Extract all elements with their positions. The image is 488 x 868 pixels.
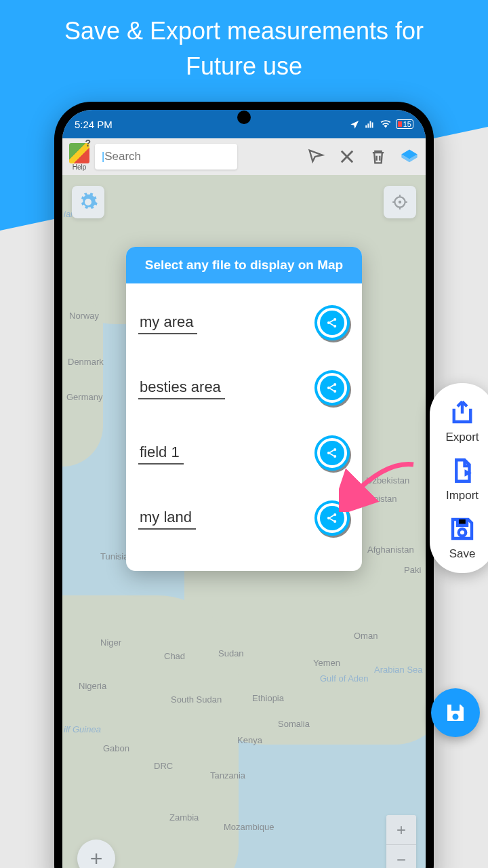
save-icon [448,515,476,543]
close-icon[interactable] [338,147,357,166]
share-button[interactable] [314,305,350,340]
phone-notch [237,111,251,124]
callout-arrow [339,458,420,512]
save-fab[interactable] [431,688,480,737]
svg-point-15 [459,529,466,536]
share-icon [325,381,339,395]
location-arrow-icon [350,119,360,130]
export-label: Export [445,431,479,444]
disk-icon [443,701,468,725]
file-row[interactable]: my land [138,486,350,551]
file-name: my area [138,311,197,334]
share-icon [325,446,339,460]
status-time: 5:24 PM [75,119,113,130]
file-row[interactable]: besties area [138,355,350,420]
help-icon [69,143,89,163]
import-label: Import [446,489,479,502]
file-dialog: Select any file to display on Map my are… [126,247,362,571]
export-icon [448,398,476,427]
help-button[interactable]: Help [69,143,89,171]
export-button[interactable]: Export [445,398,479,444]
wifi-icon [380,119,392,130]
file-name: field 1 [138,441,184,465]
share-button[interactable] [314,370,350,406]
save-label: Save [449,547,476,561]
file-row[interactable]: my area [138,290,350,355]
file-row[interactable]: field 1 [138,420,350,486]
save-button[interactable]: Save [448,515,476,561]
import-button[interactable]: Import [446,456,479,502]
layers-icon[interactable] [400,147,419,166]
file-name: besties area [138,376,225,399]
promo-title: Save & Export measurements for Future us… [0,14,488,84]
app-toolbar: Help | [62,138,426,175]
share-icon [325,316,339,330]
promo-line2: Future use [186,52,302,80]
undo-icon[interactable] [306,147,325,166]
battery-indicator: 15 [396,119,413,129]
share-icon [325,511,339,525]
search-input[interactable] [104,150,248,163]
side-panel: Export Import Save [430,383,488,573]
status-icons: 15 [350,119,413,130]
dialog-title: Select any file to display on Map [126,247,362,283]
trash-icon[interactable] [369,147,388,166]
promo-line1: Save & Export measurements for [64,17,424,45]
dialog-body: my area besties area field 1 my land [126,283,362,571]
search-box[interactable]: | [95,144,237,170]
file-name: my land [138,507,196,530]
signal-icon [364,119,375,130]
import-icon [448,456,476,485]
help-label: Help [73,163,87,171]
